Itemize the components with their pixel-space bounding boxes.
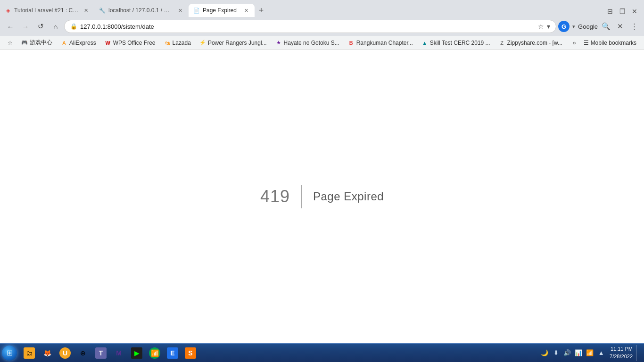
- bookmark-wps-label: WPS Office Free: [113, 40, 156, 46]
- bookmark-rangkuman[interactable]: B Rangkuman Chapter...: [344, 39, 417, 47]
- address-bar: ← → ↺ ⌂ 🔒 127.0.0.1:8000/sistem/date ☆ ▾…: [0, 17, 644, 36]
- tab-bar: ◈ Tutorial Laravel #21 : CRUD La... ✕ 🔧 …: [0, 0, 644, 17]
- bookmark-lazada[interactable]: 🛍 Lazada: [160, 39, 195, 47]
- bookmark-lazada-favicon: 🛍: [164, 40, 171, 46]
- bookmark-pr-label: Power Rangers Jungl...: [208, 40, 267, 46]
- tray-date: 7/28/2022: [610, 353, 633, 360]
- error-message: Page Expired: [313, 190, 384, 203]
- taskbar-app-sublime[interactable]: S: [182, 345, 199, 362]
- tray-volume-icon[interactable]: 🔊: [562, 348, 572, 358]
- tab-2[interactable]: 🔧 localhost / 127.0.0.1 / mono /... ✕: [94, 4, 189, 17]
- start-button[interactable]: ⊞: [0, 344, 19, 362]
- tray-wifi-icon[interactable]: 📶: [585, 348, 594, 358]
- taskbar-app-teams[interactable]: T: [92, 345, 109, 362]
- bookmark-star-icon: ☆: [8, 40, 13, 46]
- url-dropdown-icon[interactable]: ▾: [547, 23, 550, 30]
- taskbar-app-explorer[interactable]: 🗂: [21, 345, 38, 362]
- forward-button[interactable]: →: [19, 20, 32, 33]
- url-text: 127.0.0.1:8000/sistem/date: [80, 23, 535, 30]
- tray-network-icon[interactable]: 📊: [574, 348, 583, 358]
- search-button[interactable]: 🔍: [600, 20, 612, 33]
- bookmark-wps-favicon: W: [105, 40, 111, 46]
- taskbar-tray: 🌙 ⬇ 🔊 📊 📶 ▲ 11:11 PM 7/28/2022: [536, 345, 644, 361]
- back-button[interactable]: ←: [4, 20, 17, 33]
- tab-2-favicon: 🔧: [99, 7, 106, 14]
- bookmark-power-rangers[interactable]: ⚡ Power Rangers Jungl...: [196, 39, 271, 47]
- tab-1-label: Tutorial Laravel #21 : CRUD La...: [14, 7, 79, 14]
- tab-3-close[interactable]: ✕: [242, 7, 250, 14]
- bookmark-skill-favicon: ▲: [421, 40, 428, 46]
- tab-bar-controls: ⊟ ❐ ✕: [604, 6, 644, 17]
- profile-button[interactable]: G: [558, 21, 570, 32]
- tab-1[interactable]: ◈ Tutorial Laravel #21 : CRUD La... ✕: [0, 4, 94, 17]
- bookmark-hayate-favicon: ★: [275, 40, 282, 46]
- bookmarks-bar: ☆ 🎮 游戏中心 A AliExpress W WPS Office Free …: [0, 36, 644, 50]
- windows-logo-icon: ⊞: [7, 348, 13, 357]
- start-orb: ⊞: [2, 346, 17, 361]
- error-divider: [301, 185, 302, 208]
- search-engine-label: Google: [578, 23, 598, 30]
- chrome-frame: ◈ Tutorial Laravel #21 : CRUD La... ✕ 🔧 …: [0, 0, 644, 50]
- taskbar-apps: 🗂 🦊 U ⊕ T M ▶ 📶 E: [19, 344, 201, 362]
- bookmark-mobile-icon: ☰: [584, 40, 589, 46]
- error-code: 419: [260, 187, 290, 206]
- bookmark-aliexpress-favicon: A: [61, 40, 67, 46]
- bookmark-aliexpress-label: AliExpress: [69, 40, 96, 46]
- tray-expand-icon[interactable]: ▲: [596, 348, 606, 358]
- explorer-icon: 🗂: [24, 347, 35, 359]
- vs-icon: M: [113, 347, 124, 359]
- bookmark-star-icon[interactable]: ☆: [538, 23, 544, 30]
- bookmark-zippy-label: Zippyshare.com - [w...: [507, 40, 562, 46]
- lock-icon: 🔒: [70, 23, 77, 30]
- bookmark-skill-label: Skill Test CERC 2019 ...: [430, 40, 490, 46]
- taskbar-app-terminal[interactable]: ▶: [128, 345, 145, 362]
- reload-button[interactable]: ↺: [34, 20, 47, 33]
- tray-download-icon[interactable]: ⬇: [551, 348, 561, 358]
- bookmark-games[interactable]: 🎮 游戏中心: [17, 38, 56, 48]
- profile-dropdown-icon[interactable]: ▾: [571, 24, 576, 30]
- bookmark-skill-test[interactable]: ▲ Skill Test CERC 2019 ...: [418, 39, 494, 47]
- taskbar-app-uc[interactable]: U: [57, 345, 74, 362]
- bookmark-hayate-label: Hayate no Gotoku S...: [284, 40, 339, 46]
- address-right-controls: G ▾ Google 🔍 ✕ ⋮: [558, 20, 640, 33]
- show-desktop-button[interactable]: [636, 345, 640, 361]
- bookmark-zippyshare[interactable]: Z Zippyshare.com - [w...: [495, 39, 566, 47]
- bookmark-wps[interactable]: W WPS Office Free: [101, 39, 159, 47]
- taskbar-app-ebrowser[interactable]: E: [164, 345, 181, 362]
- tray-time: 11:11 PM: [611, 346, 633, 353]
- bookmark-pr-favicon: ⚡: [199, 40, 206, 46]
- close-button[interactable]: ✕: [629, 6, 640, 17]
- taskbar-app-vs[interactable]: M: [110, 345, 127, 362]
- tab-1-close[interactable]: ✕: [82, 7, 90, 14]
- tab-3-favicon: 📄: [193, 7, 200, 14]
- bookmark-games-favicon: 🎮: [21, 40, 28, 46]
- bookmarks-more-button[interactable]: »: [570, 38, 578, 47]
- taskbar: ⊞ 🗂 🦊 U ⊕ T M ▶ 📶: [0, 343, 644, 362]
- restore-button[interactable]: ❐: [617, 6, 628, 17]
- bookmark-aliexpress[interactable]: A AliExpress: [57, 39, 100, 47]
- error-container: 419 Page Expired: [260, 185, 384, 208]
- taskbar-app-firefox[interactable]: 🦊: [39, 345, 56, 362]
- sublime-icon: S: [185, 347, 196, 359]
- extension-button[interactable]: ✕: [614, 20, 626, 33]
- tray-moon-icon[interactable]: 🌙: [540, 348, 549, 358]
- menu-button[interactable]: ⋮: [628, 20, 640, 33]
- chrome-icon: ⊕: [77, 347, 89, 359]
- taskbar-app-wifi[interactable]: 📶: [146, 345, 163, 362]
- url-bar[interactable]: 🔒 127.0.0.1:8000/sistem/date ☆ ▾: [64, 20, 556, 33]
- terminal-icon: ▶: [131, 347, 142, 359]
- bookmark-mobile[interactable]: ☰ Mobile bookmarks: [580, 39, 640, 47]
- bookmark-rangkuman-favicon: B: [348, 40, 355, 46]
- home-button[interactable]: ⌂: [49, 20, 62, 33]
- bookmark-hayate[interactable]: ★ Hayate no Gotoku S...: [272, 39, 343, 47]
- wifi-icon: 📶: [149, 347, 160, 359]
- taskbar-app-chrome[interactable]: ⊕: [74, 345, 91, 362]
- tray-clock[interactable]: 11:11 PM 7/28/2022: [608, 346, 635, 360]
- new-tab-button[interactable]: +: [255, 4, 268, 17]
- tab-2-label: localhost / 127.0.0.1 / mono /...: [108, 7, 173, 14]
- minimize-button[interactable]: ⊟: [604, 6, 616, 17]
- bookmark-star-bar[interactable]: ☆: [4, 39, 17, 47]
- tab-2-close[interactable]: ✕: [176, 7, 184, 14]
- tab-3[interactable]: 📄 Page Expired ✕: [189, 4, 255, 17]
- profile-initial: G: [561, 23, 566, 30]
